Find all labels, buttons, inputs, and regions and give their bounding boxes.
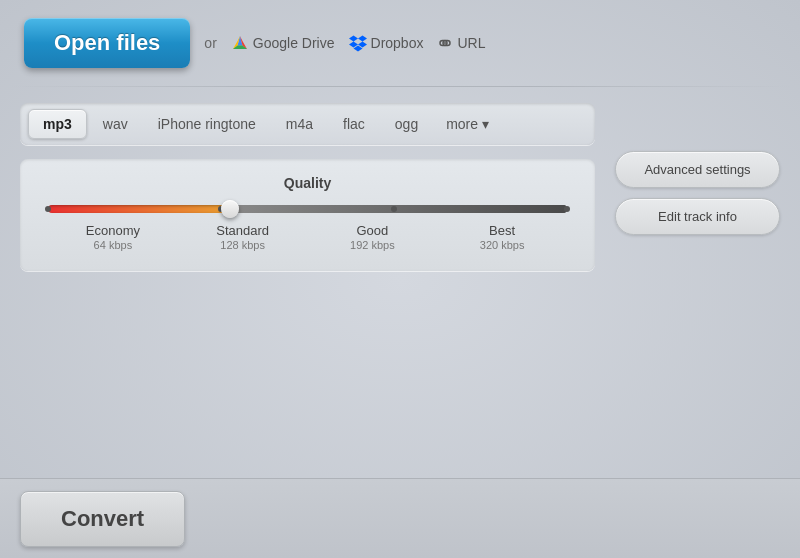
more-label: more xyxy=(446,116,478,132)
edit-track-info-button[interactable]: Edit track info xyxy=(615,198,780,235)
dropbox-label: Dropbox xyxy=(371,35,424,51)
url-icon xyxy=(437,35,453,51)
marker-good-sub: 192 kbps xyxy=(308,239,438,251)
marker-best-sub: 320 kbps xyxy=(437,239,567,251)
open-files-button[interactable]: Open files xyxy=(24,18,190,68)
dropbox-link[interactable]: Dropbox xyxy=(349,34,424,52)
marker-good: Good 192 kbps xyxy=(308,223,438,251)
slider-dot-good xyxy=(391,206,397,212)
quality-title: Quality xyxy=(40,175,575,191)
tab-iphone-ringtone[interactable]: iPhone ringtone xyxy=(144,110,270,138)
cloud-links: Google Drive Dropbox URL xyxy=(231,34,486,52)
marker-good-label: Good xyxy=(308,223,438,238)
tab-mp3[interactable]: mp3 xyxy=(28,109,87,139)
advanced-settings-button[interactable]: Advanced settings xyxy=(615,151,780,188)
top-bar: Open files or Google Drive Dropbox xyxy=(0,0,800,86)
slider-markers: Economy 64 kbps Standard 128 kbps Good 1… xyxy=(48,223,567,251)
google-drive-link[interactable]: Google Drive xyxy=(231,34,335,52)
url-link[interactable]: URL xyxy=(437,35,485,51)
quality-box: Quality Economy 64 kbps xyxy=(20,159,595,271)
marker-economy-label: Economy xyxy=(48,223,178,238)
slider-container: Economy 64 kbps Standard 128 kbps Good 1… xyxy=(48,205,567,251)
marker-standard-label: Standard xyxy=(178,223,308,238)
marker-standard: Standard 128 kbps xyxy=(178,223,308,251)
left-panel: mp3 wav iPhone ringtone m4a flac ogg mor… xyxy=(20,103,595,271)
dropbox-icon xyxy=(349,34,367,52)
tab-ogg[interactable]: ogg xyxy=(381,110,432,138)
convert-button[interactable]: Convert xyxy=(20,491,185,547)
slider-track xyxy=(48,205,567,213)
marker-best: Best 320 kbps xyxy=(437,223,567,251)
slider-dot-economy xyxy=(45,206,51,212)
google-drive-icon xyxy=(231,34,249,52)
bottom-bar: Convert xyxy=(0,478,800,558)
quality-slider-thumb[interactable] xyxy=(221,200,239,218)
right-panel: Advanced settings Edit track info xyxy=(615,103,780,271)
format-tabs: mp3 wav iPhone ringtone m4a flac ogg mor… xyxy=(20,103,595,145)
marker-best-label: Best xyxy=(437,223,567,238)
main-content: mp3 wav iPhone ringtone m4a flac ogg mor… xyxy=(0,87,800,287)
or-text: or xyxy=(204,35,216,51)
tab-wav[interactable]: wav xyxy=(89,110,142,138)
tab-flac[interactable]: flac xyxy=(329,110,379,138)
url-label: URL xyxy=(457,35,485,51)
chevron-down-icon: ▾ xyxy=(482,116,489,132)
tab-more[interactable]: more ▾ xyxy=(434,110,501,138)
marker-economy-sub: 64 kbps xyxy=(48,239,178,251)
google-drive-label: Google Drive xyxy=(253,35,335,51)
marker-standard-sub: 128 kbps xyxy=(178,239,308,251)
tab-m4a[interactable]: m4a xyxy=(272,110,327,138)
slider-fill-dark xyxy=(230,205,567,213)
marker-economy: Economy 64 kbps xyxy=(48,223,178,251)
slider-dot-best xyxy=(564,206,570,212)
